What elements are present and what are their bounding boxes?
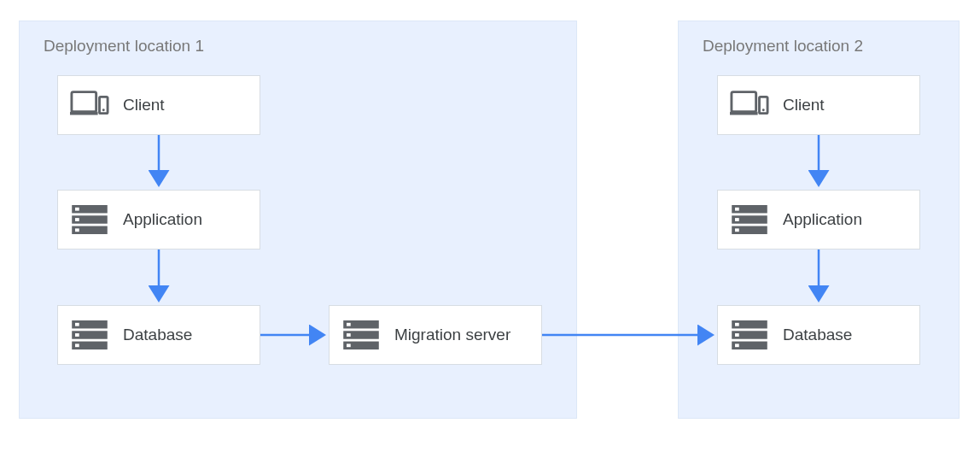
node-client-1: Client bbox=[57, 75, 260, 135]
database-icon bbox=[730, 315, 769, 355]
node-client-2: Client bbox=[717, 75, 920, 135]
svg-rect-7 bbox=[75, 208, 79, 211]
server-icon bbox=[70, 200, 109, 239]
arrow-client1-to-app1 bbox=[157, 135, 160, 191]
svg-rect-9 bbox=[75, 228, 79, 232]
arrow-app2-to-db2 bbox=[817, 250, 820, 307]
svg-rect-8 bbox=[75, 218, 79, 221]
server-icon bbox=[730, 200, 769, 239]
node-database-1: Database bbox=[57, 305, 260, 365]
node-migration-server-label: Migration server bbox=[394, 325, 510, 345]
svg-point-25 bbox=[762, 109, 765, 111]
database-icon bbox=[70, 315, 109, 355]
svg-rect-23 bbox=[730, 112, 758, 115]
client-icon bbox=[730, 85, 769, 125]
svg-rect-15 bbox=[75, 344, 79, 347]
arrow-migration-to-db2 bbox=[542, 333, 719, 337]
arrow-app1-to-db1 bbox=[157, 250, 160, 307]
node-client-1-label: Client bbox=[123, 95, 165, 115]
node-database-2: Database bbox=[717, 305, 920, 365]
node-application-2-label: Application bbox=[783, 209, 862, 230]
node-database-2-label: Database bbox=[783, 325, 852, 345]
svg-rect-20 bbox=[347, 333, 351, 337]
svg-rect-1 bbox=[70, 112, 98, 115]
arrow-db1-to-migration bbox=[260, 333, 330, 337]
svg-rect-35 bbox=[735, 323, 739, 326]
svg-rect-14 bbox=[75, 333, 79, 337]
svg-rect-29 bbox=[735, 208, 739, 211]
node-migration-server: Migration server bbox=[329, 305, 542, 365]
node-application-2: Application bbox=[717, 190, 920, 250]
svg-rect-22 bbox=[732, 92, 756, 112]
node-database-1-label: Database bbox=[123, 325, 192, 345]
region-1-label: Deployment location 1 bbox=[44, 37, 204, 56]
svg-rect-0 bbox=[72, 92, 96, 112]
svg-rect-21 bbox=[347, 344, 351, 347]
svg-rect-30 bbox=[735, 218, 739, 221]
client-icon bbox=[70, 85, 109, 125]
svg-rect-13 bbox=[75, 323, 79, 326]
svg-rect-37 bbox=[735, 344, 739, 347]
svg-rect-19 bbox=[347, 323, 351, 326]
node-application-1: Application bbox=[57, 190, 260, 250]
node-application-1-label: Application bbox=[123, 209, 202, 230]
region-2-label: Deployment location 2 bbox=[703, 37, 863, 56]
server-icon bbox=[341, 315, 381, 355]
arrow-client2-to-app2 bbox=[817, 135, 820, 191]
svg-rect-31 bbox=[735, 228, 739, 232]
node-client-2-label: Client bbox=[783, 95, 825, 115]
svg-rect-36 bbox=[735, 333, 739, 337]
svg-point-3 bbox=[102, 109, 105, 111]
